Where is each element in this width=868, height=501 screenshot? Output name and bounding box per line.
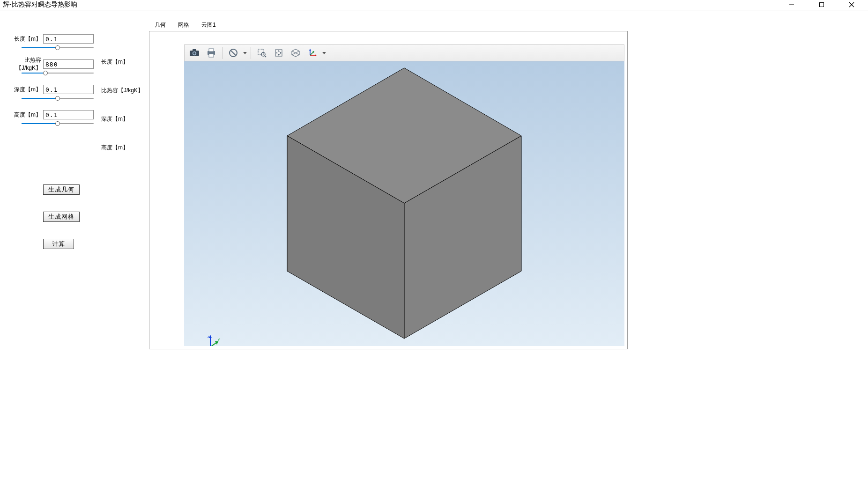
height-slider[interactable]	[22, 121, 94, 126]
svg-rect-10	[209, 54, 214, 57]
param-readout-height: 高度【m】	[101, 144, 143, 152]
param-row-heat-capacity: 比热容【J/kgK】	[6, 59, 95, 69]
length-input[interactable]	[43, 34, 94, 44]
svg-marker-23	[315, 54, 317, 56]
3d-canvas[interactable]: z y x	[184, 61, 624, 346]
viewport-frame: z y x	[149, 31, 628, 349]
window-title: 辉-比热容对瞬态导热影响	[2, 0, 77, 9]
param-row-depth: 深度【m】	[6, 84, 95, 95]
maximize-button[interactable]	[811, 0, 832, 9]
minimize-button[interactable]	[781, 0, 802, 9]
generate-geometry-button[interactable]: 生成几何	[43, 184, 80, 195]
param-readout-heat-capacity: 比热容【J/kgK】	[101, 87, 143, 95]
viewport-area: 几何 网格 云图1	[149, 10, 868, 501]
svg-rect-13	[258, 49, 264, 55]
param-label: 比热容【J/kgK】	[6, 56, 43, 72]
height-input[interactable]	[43, 110, 94, 119]
heat-capacity-input[interactable]	[43, 59, 94, 69]
depth-input[interactable]	[43, 85, 94, 94]
svg-rect-1	[820, 3, 824, 7]
param-row-height: 高度【m】	[6, 110, 95, 120]
title-bar: 辉-比热容对瞬态导热影响	[0, 0, 868, 10]
svg-rect-5	[193, 49, 196, 51]
close-button[interactable]	[841, 0, 862, 9]
compute-button[interactable]: 计算	[43, 239, 74, 249]
svg-line-12	[231, 51, 236, 56]
tab-geometry[interactable]: 几何	[152, 20, 169, 30]
depth-slider[interactable]	[22, 96, 94, 101]
body-area: 长度【m】 比热容【J/kgK】	[0, 10, 868, 501]
svg-marker-22	[309, 49, 311, 51]
param-label: 高度【m】	[6, 111, 43, 119]
axis-label-z: z	[208, 334, 209, 339]
svg-line-15	[265, 56, 266, 57]
parameters-panel: 长度【m】 比热容【J/kgK】	[0, 10, 149, 501]
camera-icon[interactable]	[186, 46, 202, 60]
tab-mesh[interactable]: 网格	[175, 20, 192, 30]
tab-contour1[interactable]: 云图1	[199, 20, 219, 30]
app-window: 辉-比热容对瞬态导热影响 长度【m】	[0, 0, 868, 501]
param-readout-length: 长度【m】	[101, 58, 143, 66]
generate-mesh-button[interactable]: 生成网格	[43, 212, 80, 222]
pan-arrows-icon[interactable]	[271, 46, 287, 60]
param-label: 长度【m】	[6, 35, 43, 43]
svg-point-14	[261, 52, 265, 56]
param-readout-depth: 深度【m】	[101, 115, 143, 123]
svg-rect-9	[209, 49, 214, 52]
svg-point-7	[193, 52, 196, 55]
length-slider[interactable]	[22, 45, 94, 51]
no-symbol-dropdown[interactable]	[242, 52, 248, 54]
print-icon[interactable]	[203, 46, 219, 60]
zoom-box-icon[interactable]	[254, 46, 270, 60]
rotate-3d-icon[interactable]	[288, 46, 304, 60]
view-tabs: 几何 网格 云图1	[149, 20, 868, 30]
axis-label-y: y	[218, 337, 220, 341]
heat-capacity-slider[interactable]	[22, 70, 94, 76]
param-label: 深度【m】	[6, 86, 43, 94]
viewport-toolbar	[184, 44, 624, 61]
no-symbol-icon[interactable]	[225, 46, 241, 60]
axes-dropdown[interactable]	[321, 52, 327, 54]
axes-icon[interactable]	[304, 46, 320, 60]
param-row-length: 长度【m】	[6, 34, 95, 44]
window-controls	[781, 0, 866, 9]
